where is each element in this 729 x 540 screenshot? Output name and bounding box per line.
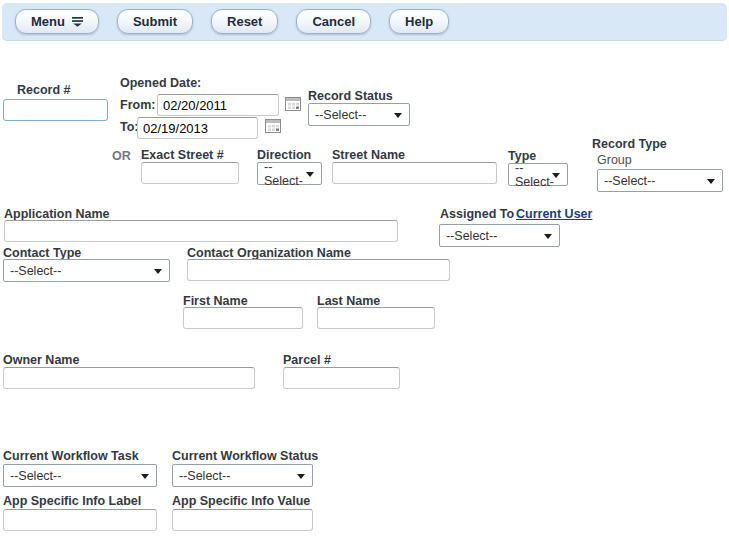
menu-button-label: Menu [31, 14, 65, 29]
app-specific-info-value-label: App Specific Info Value [172, 494, 310, 508]
reset-button-label: Reset [227, 14, 262, 29]
contact-org-name-label: Contact Organization Name [187, 246, 351, 260]
last-name-input[interactable] [317, 307, 435, 329]
app-specific-info-value-input[interactable] [172, 509, 313, 531]
current-workflow-status-select[interactable]: --Select-- [172, 464, 313, 487]
first-name-label: First Name [183, 294, 248, 308]
opened-date-from-input[interactable] [157, 94, 279, 116]
record-type-group-select[interactable]: --Select-- [597, 169, 723, 192]
chevron-down-icon [394, 113, 402, 118]
owner-name-label: Owner Name [3, 353, 79, 367]
exact-street-number-label: Exact Street # [141, 148, 224, 162]
direction-select[interactable]: --Select- [257, 162, 322, 185]
chevron-down-icon [141, 474, 149, 479]
contact-type-label: Contact Type [3, 246, 81, 260]
chevron-down-icon [154, 269, 162, 274]
record-type-label: Record Type [592, 137, 667, 151]
application-name-label: Application Name [4, 207, 110, 221]
record-number-label: Record # [17, 83, 71, 97]
record-type-group-select-value: --Select-- [604, 174, 655, 188]
parcel-number-label: Parcel # [283, 353, 331, 367]
street-type-select[interactable]: --Select- [508, 163, 568, 186]
application-name-input[interactable] [4, 220, 398, 242]
last-name-label: Last Name [317, 294, 380, 308]
record-search-form: Menu Submit Reset Cancel Help Record # O… [0, 0, 729, 540]
street-name-input[interactable] [332, 162, 497, 184]
or-label: OR [112, 149, 131, 163]
record-number-input[interactable] [3, 99, 108, 121]
direction-select-value: --Select- [264, 160, 303, 188]
current-workflow-status-select-value: --Select-- [179, 469, 230, 483]
parcel-number-input[interactable] [283, 367, 400, 389]
assigned-to-select[interactable]: --Select-- [439, 224, 560, 247]
cancel-button[interactable]: Cancel [296, 9, 371, 34]
owner-name-input[interactable] [3, 367, 255, 389]
assigned-to-label: Assigned To [440, 207, 514, 221]
reset-button[interactable]: Reset [211, 9, 278, 34]
calendar-icon-from[interactable] [285, 96, 302, 112]
current-user-link[interactable]: Current User [516, 207, 592, 221]
chevron-down-icon [552, 173, 560, 178]
chevron-down-icon [544, 234, 552, 239]
current-workflow-task-select[interactable]: --Select-- [3, 464, 157, 487]
record-status-select[interactable]: --Select-- [308, 103, 410, 126]
record-status-label: Record Status [308, 89, 393, 103]
contact-org-name-input[interactable] [187, 259, 450, 281]
submit-button[interactable]: Submit [117, 9, 193, 34]
opened-date-label: Opened Date: [120, 76, 201, 90]
contact-type-select[interactable]: --Select-- [3, 259, 170, 282]
opened-date-to-input[interactable] [137, 117, 258, 139]
help-button[interactable]: Help [389, 9, 449, 34]
opened-date-to-label: To: [120, 120, 139, 134]
chevron-down-icon [306, 172, 314, 177]
street-name-label: Street Name [332, 148, 405, 162]
exact-street-number-input[interactable] [141, 162, 239, 184]
chevron-down-icon [297, 474, 305, 479]
app-specific-info-label-label: App Specific Info Label [3, 494, 141, 508]
menu-button[interactable]: Menu [15, 9, 99, 34]
toolbar: Menu Submit Reset Cancel Help [2, 3, 727, 41]
cancel-button-label: Cancel [312, 14, 355, 29]
chevron-down-icon [707, 179, 715, 184]
street-type-select-value: --Select- [515, 161, 554, 189]
submit-button-label: Submit [133, 14, 177, 29]
opened-date-from-label: From: [120, 98, 155, 112]
record-type-group-label: Group [597, 153, 632, 167]
help-button-label: Help [405, 14, 433, 29]
assigned-to-select-value: --Select-- [446, 229, 497, 243]
calendar-icon-to[interactable] [265, 118, 282, 134]
record-status-select-value: --Select-- [315, 108, 366, 122]
menu-dropdown-icon [72, 17, 83, 27]
current-workflow-task-label: Current Workflow Task [3, 449, 139, 463]
current-workflow-status-label: Current Workflow Status [172, 449, 318, 463]
first-name-input[interactable] [183, 307, 303, 329]
current-workflow-task-select-value: --Select-- [10, 469, 61, 483]
contact-type-select-value: --Select-- [10, 264, 61, 278]
app-specific-info-label-input[interactable] [3, 509, 157, 531]
